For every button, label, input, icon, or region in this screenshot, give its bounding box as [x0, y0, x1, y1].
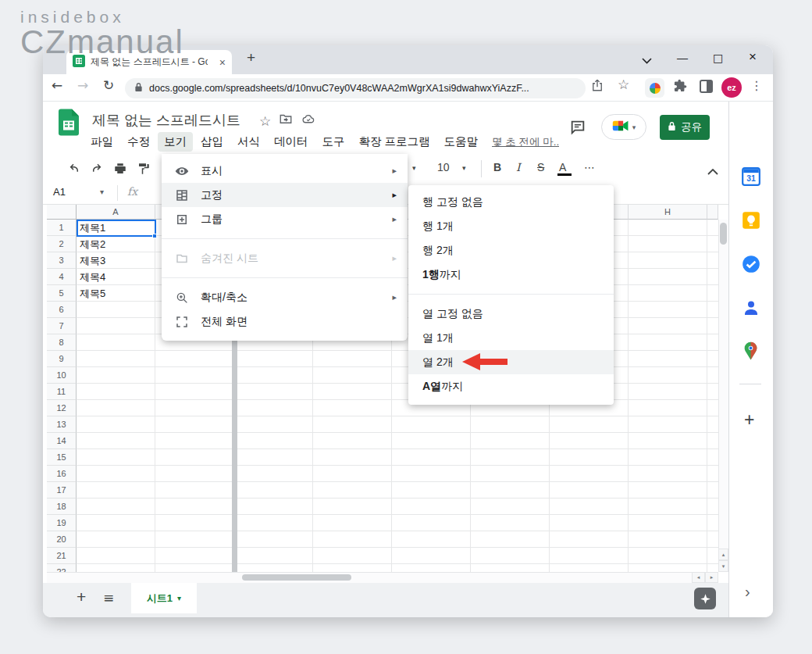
grid-corner-button[interactable] — [47, 205, 77, 220]
menu-edit[interactable]: 수정 — [121, 132, 156, 152]
reload-icon[interactable]: ↻ — [103, 77, 114, 93]
freeze-option-no-cols[interactable]: 열 고정 없음 — [408, 302, 614, 326]
row-header-10[interactable]: 10 — [47, 367, 77, 384]
freeze-option-up-to-col-a[interactable]: A열까지 — [408, 374, 614, 398]
cloud-saved-icon[interactable] — [301, 113, 316, 130]
row-header-1[interactable]: 1 — [47, 220, 77, 236]
comment-history-icon[interactable] — [569, 119, 586, 139]
view-menu-item-full-screen[interactable]: 전체 화면 — [162, 309, 408, 334]
row-header-20[interactable]: 20 — [47, 531, 77, 548]
star-document-icon[interactable]: ☆ — [259, 113, 271, 129]
scroll-right-icon[interactable]: ▸ — [705, 572, 718, 583]
document-title[interactable]: 제목 없는 스프레드시트 — [92, 111, 240, 130]
strikethrough-button[interactable]: S — [537, 161, 544, 173]
expand-side-panel-icon[interactable]: › — [745, 583, 750, 601]
column-header-sliver[interactable] — [707, 205, 718, 220]
menu-file[interactable]: 파일 — [84, 132, 119, 152]
toolbar-more-icon[interactable]: ⋯ — [584, 161, 595, 173]
font-size-value[interactable]: 10 — [437, 161, 450, 173]
share-button[interactable]: 공유 — [660, 115, 710, 140]
freeze-option-1-row[interactable]: 행 1개 — [408, 214, 614, 238]
menu-tools[interactable]: 도구 — [316, 132, 351, 152]
row-header-19[interactable]: 19 — [47, 515, 77, 531]
menu-data[interactable]: 데이터 — [268, 132, 315, 152]
name-box[interactable]: A1 — [53, 186, 66, 198]
view-menu-item-zoom[interactable]: 확대/축소▸ — [162, 285, 408, 309]
keep-icon[interactable] — [740, 209, 761, 231]
menu-insert[interactable]: 삽입 — [194, 132, 230, 152]
sheet-tab-active[interactable]: 시트1 ▾ — [131, 583, 197, 613]
extensions-puzzle-icon[interactable] — [672, 78, 688, 97]
row-header-17[interactable]: 17 — [47, 482, 77, 499]
new-tab-button[interactable]: + — [247, 49, 255, 66]
row-header-15[interactable]: 15 — [47, 449, 77, 466]
back-icon[interactable]: ← — [52, 77, 62, 93]
view-menu-item-freeze[interactable]: 고정▸ — [162, 183, 408, 207]
cell-A3[interactable]: 제목3 — [80, 252, 105, 269]
browser-more-icon[interactable]: ⋮ — [750, 78, 763, 93]
freeze-option-no-rows[interactable]: 행 고정 없음 — [408, 190, 614, 214]
menu-format[interactable]: 서식 — [231, 132, 266, 152]
row-header-4[interactable]: 4 — [47, 269, 77, 285]
horizontal-scrollbar[interactable] — [47, 572, 718, 583]
menu-extensions[interactable]: 확장 프로그램 — [353, 132, 436, 152]
meet-button[interactable]: ▾ — [601, 114, 646, 140]
view-menu-item-show[interactable]: 표시▸ — [162, 159, 408, 183]
row-header-5[interactable]: 5 — [47, 285, 77, 302]
tab-close-icon[interactable]: × — [219, 56, 226, 69]
scroll-down-icon[interactable]: ▾ — [718, 560, 728, 572]
scroll-left-icon[interactable]: ◂ — [692, 572, 705, 583]
forward-icon[interactable]: → — [77, 77, 88, 93]
cell-A5[interactable]: 제목5 — [80, 285, 105, 302]
window-minimize-button[interactable]: — — [677, 52, 688, 64]
freeze-option-2-cols[interactable]: 열 2개 — [408, 350, 614, 374]
bookmark-star-icon[interactable]: ☆ — [618, 77, 629, 92]
sheets-logo-icon[interactable] — [59, 109, 79, 139]
row-header-21[interactable]: 21 — [47, 548, 77, 564]
selection-fill-handle[interactable] — [152, 234, 157, 238]
column-header-H[interactable]: H — [629, 205, 707, 220]
get-addons-button[interactable]: + — [744, 409, 754, 431]
share-page-icon[interactable] — [590, 78, 604, 95]
row-header-3[interactable]: 3 — [47, 252, 77, 269]
extension-colorful-icon[interactable] — [645, 78, 664, 98]
collapse-toolbar-icon[interactable] — [707, 164, 718, 178]
side-panel-toggle-icon[interactable] — [700, 80, 713, 93]
window-menu-chevron-icon[interactable] — [642, 54, 652, 66]
vertical-scrollbar[interactable] — [718, 220, 728, 549]
add-sheet-button[interactable]: + — [77, 588, 86, 606]
explore-button[interactable] — [694, 588, 716, 609]
print-icon[interactable] — [113, 162, 127, 179]
vertical-scrollbar-thumb[interactable] — [720, 223, 727, 245]
browser-tab[interactable]: 제목 없는 스프레드시트 - Goog × — [66, 50, 232, 74]
text-color-button[interactable]: A — [559, 161, 566, 173]
last-edit-link[interactable]: 몇 초 전에 마... — [492, 135, 559, 149]
row-header-12[interactable]: 12 — [47, 400, 77, 416]
row-header-6[interactable]: 6 — [47, 302, 77, 318]
bold-button[interactable]: B — [493, 161, 501, 173]
row-header-22[interactable]: 22 — [47, 564, 77, 572]
row-header-8[interactable]: 8 — [47, 334, 77, 351]
view-menu-item-group[interactable]: 그룹▸ — [162, 207, 408, 231]
name-box-dropdown-icon[interactable]: ▾ — [100, 188, 104, 196]
move-to-folder-icon[interactable] — [279, 112, 293, 130]
row-header-2[interactable]: 2 — [47, 236, 77, 252]
all-sheets-icon[interactable]: ≡ — [103, 590, 114, 606]
scroll-up-icon[interactable]: ▴ — [718, 549, 728, 560]
column-header-A[interactable]: A — [77, 205, 155, 220]
window-maximize-button[interactable]: □ — [713, 52, 723, 64]
maps-icon[interactable] — [740, 340, 761, 361]
window-close-button[interactable]: × — [749, 49, 757, 65]
row-header-13[interactable]: 13 — [47, 416, 77, 433]
row-header-7[interactable]: 7 — [47, 318, 77, 334]
menu-view[interactable]: 보기 — [158, 132, 193, 152]
font-size-dropdown-icon[interactable]: ▾ — [462, 164, 466, 172]
horizontal-scrollbar-thumb[interactable] — [242, 574, 351, 581]
paint-format-icon[interactable] — [137, 162, 151, 179]
toolbar-dropdown-icon[interactable]: ▾ — [412, 164, 416, 172]
contacts-icon[interactable] — [740, 297, 761, 318]
freeze-option-1-col[interactable]: 열 1개 — [408, 326, 614, 350]
row-header-18[interactable]: 18 — [47, 499, 77, 515]
undo-icon[interactable] — [67, 162, 81, 179]
chrome-profile-avatar[interactable]: ez — [721, 77, 742, 98]
